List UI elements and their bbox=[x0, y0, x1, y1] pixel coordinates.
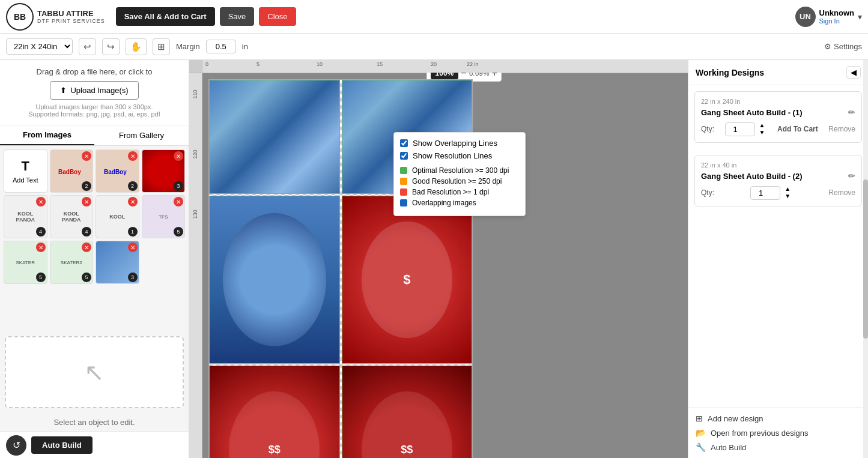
add-text-label: Add Text bbox=[13, 176, 38, 184]
tab-from-images[interactable]: From Images bbox=[0, 125, 94, 145]
qty-label-1: Qty: bbox=[701, 125, 714, 133]
vertical-ruler: 110 120 130 bbox=[189, 73, 202, 458]
canvas-wrapper: 0 5 10 15 20 22 in 110 120 130 bbox=[189, 60, 688, 458]
auto-build-icon: 🔧 bbox=[696, 442, 706, 452]
add-to-cart-button-1[interactable]: Add To Cart bbox=[777, 125, 818, 133]
grid-button[interactable]: ⊞ bbox=[153, 38, 170, 55]
upload-hint: Upload images larger than 300 x 300px. bbox=[7, 103, 181, 110]
redo-button[interactable]: ↪ bbox=[102, 38, 120, 55]
size-selector[interactable]: 22in X 240in bbox=[6, 38, 73, 55]
delete-icon[interactable]: ✕ bbox=[128, 197, 138, 206]
overlap-color-dot bbox=[400, 199, 407, 206]
scrollbar-thumb bbox=[863, 179, 868, 339]
qty-down-1[interactable]: ▼ bbox=[757, 129, 767, 136]
settings-button[interactable]: ⚙ Settings bbox=[824, 42, 862, 51]
qty-up-1[interactable]: ▲ bbox=[757, 122, 767, 129]
list-item[interactable]: ✕ 2 BadBoy bbox=[50, 149, 94, 193]
good-color-dot bbox=[400, 178, 407, 185]
qty-up-2[interactable]: ▲ bbox=[783, 185, 792, 193]
user-menu-chevron[interactable]: ▾ bbox=[858, 12, 862, 22]
list-item[interactable]: ✕ 4 KOOLPANDA bbox=[4, 195, 47, 238]
open-previous-label: Open from previous designs bbox=[711, 429, 809, 438]
list-item[interactable]: ✕ 5 SKATER bbox=[4, 241, 47, 284]
qty-spinner-2[interactable]: ▲ ▼ bbox=[783, 185, 792, 200]
auto-build-row[interactable]: 🔧 Auto Build bbox=[696, 442, 861, 452]
image-count-badge: 5 bbox=[174, 227, 183, 237]
show-resolution-label: Show Resolution Lines bbox=[413, 151, 492, 160]
margin-input[interactable] bbox=[206, 40, 236, 53]
image-count-badge: 2 bbox=[128, 181, 138, 191]
tab-from-gallery[interactable]: From Gallery bbox=[94, 125, 189, 145]
right-panel-scrollbar[interactable] bbox=[863, 60, 868, 458]
svg-text:BadBoy: BadBoy bbox=[104, 169, 127, 175]
show-overlapping-checkbox[interactable] bbox=[400, 139, 408, 147]
add-text-cell[interactable]: T Add Text bbox=[4, 149, 47, 193]
list-item[interactable]: ✕ 1 KOOL bbox=[96, 195, 139, 238]
qty-input-1[interactable] bbox=[725, 122, 755, 136]
delete-icon[interactable]: ✕ bbox=[82, 197, 91, 206]
ruler-mark: 130 bbox=[192, 209, 198, 218]
list-item[interactable]: ✕ 5 TFS bbox=[142, 195, 186, 238]
qty-spinner-1[interactable]: ▲ ▼ bbox=[757, 122, 767, 136]
show-resolution-checkbox[interactable] bbox=[400, 152, 408, 160]
undo-button[interactable]: ↩ bbox=[79, 38, 96, 55]
qty-label-2: Qty: bbox=[701, 188, 714, 197]
delete-icon[interactable]: ✕ bbox=[174, 197, 183, 206]
open-previous-icon: 📂 bbox=[696, 428, 706, 438]
h-ruler-content: 0 5 10 15 20 22 in bbox=[202, 60, 688, 73]
delete-icon[interactable]: ✕ bbox=[36, 243, 46, 252]
canvas-cell[interactable]: $ bbox=[342, 196, 473, 364]
working-designs-title: Working Designs bbox=[696, 68, 764, 77]
canvas-row-3: $$ $$ bbox=[209, 366, 472, 458]
upload-images-button[interactable]: ⬆ Upload Image(s) bbox=[50, 81, 138, 100]
canvas-cell[interactable]: $$ bbox=[209, 366, 340, 458]
close-button[interactable]: Close bbox=[259, 7, 296, 26]
auto-build-button[interactable]: Auto Build bbox=[31, 436, 93, 454]
list-item[interactable]: ✕ 4 KOOLPANDA bbox=[50, 195, 94, 238]
remove-design-2-button[interactable]: Remove bbox=[828, 188, 855, 197]
sign-in-link[interactable]: Sign In bbox=[819, 17, 855, 25]
canvas-cell[interactable] bbox=[209, 196, 340, 364]
qty-input-2[interactable] bbox=[750, 186, 780, 200]
design-size-1: 22 in x 240 in bbox=[701, 98, 855, 105]
ruler-mark: 22 in bbox=[467, 60, 479, 67]
save-all-add-to-cart-button[interactable]: Save All & Add to Cart bbox=[116, 7, 215, 26]
logo: BB TABBU ATTIRE DTF PRINT SERVICES bbox=[6, 3, 105, 31]
design-card-2: 22 in x 40 in Gang Sheet Auto Build - (2… bbox=[694, 155, 862, 206]
margin-unit: in bbox=[242, 42, 248, 51]
collapse-panel-button[interactable]: ◀ bbox=[846, 66, 861, 79]
source-tabs: From Images From Gallery bbox=[0, 125, 189, 146]
left-panel: Drag & drop a file here, or click to ⬆ U… bbox=[0, 60, 189, 458]
remove-design-1-button[interactable]: Remove bbox=[828, 125, 855, 133]
add-new-design-row[interactable]: ⊞ Add new design bbox=[696, 414, 861, 423]
edit-design-1-button[interactable]: ✏ bbox=[848, 107, 855, 117]
main-canvas[interactable]: $ $$ $$ bbox=[202, 73, 688, 458]
delete-icon[interactable]: ✕ bbox=[128, 243, 138, 252]
delete-icon[interactable]: ✕ bbox=[82, 151, 91, 161]
drop-zone[interactable]: ↖ bbox=[5, 336, 184, 408]
gear-icon: ⚙ bbox=[824, 42, 831, 51]
cursor-icon: ↖ bbox=[84, 358, 105, 386]
list-item[interactable]: ✕ 3 bbox=[142, 149, 186, 193]
image-count-badge: 2 bbox=[82, 181, 91, 191]
delete-icon[interactable]: ✕ bbox=[36, 197, 46, 206]
ruler-mark: 20 bbox=[431, 60, 437, 67]
list-item[interactable]: ✕ 5 SKATER2 bbox=[50, 241, 94, 284]
qty-down-2[interactable]: ▼ bbox=[783, 193, 792, 200]
delete-icon[interactable]: ✕ bbox=[174, 151, 183, 161]
refresh-button[interactable]: ↺ bbox=[6, 435, 26, 456]
pan-tool-button[interactable]: ✋ bbox=[126, 38, 147, 55]
delete-icon[interactable]: ✕ bbox=[128, 151, 138, 161]
canvas-area: Show Overlapping Lines Show Resolution L… bbox=[189, 60, 688, 458]
open-previous-designs-row[interactable]: 📂 Open from previous designs bbox=[696, 428, 861, 438]
canvas-cell[interactable]: $$ bbox=[342, 366, 473, 458]
delete-icon[interactable]: ✕ bbox=[82, 243, 91, 252]
auto-build-label: Auto Build bbox=[711, 443, 746, 452]
save-button[interactable]: Save bbox=[220, 7, 255, 26]
add-new-design-icon: ⊞ bbox=[696, 414, 703, 423]
list-item[interactable]: ✕ 3 bbox=[96, 241, 139, 284]
image-count-badge: 5 bbox=[82, 273, 91, 282]
edit-design-2-button[interactable]: ✏ bbox=[848, 171, 855, 181]
canvas-cell[interactable] bbox=[209, 80, 340, 194]
list-item[interactable]: ✕ 2 BadBoy bbox=[96, 149, 139, 193]
